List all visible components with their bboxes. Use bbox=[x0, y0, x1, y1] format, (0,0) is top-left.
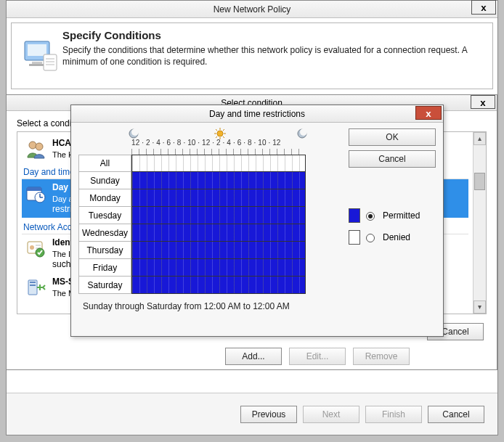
radio-permitted[interactable] bbox=[366, 212, 375, 221]
day-row-sat[interactable] bbox=[131, 277, 306, 294]
day-label-fri[interactable]: Friday bbox=[78, 259, 131, 277]
scroll-up-button[interactable]: ▴ bbox=[473, 132, 486, 145]
clock-calendar-icon bbox=[25, 182, 46, 204]
swatch-permitted bbox=[349, 208, 360, 223]
schedule-summary: Sunday through Saturday from 12:00 AM to… bbox=[78, 301, 341, 311]
day-label-mon[interactable]: Monday bbox=[78, 189, 131, 207]
day-label-all[interactable]: All bbox=[78, 155, 131, 172]
edit-button: Edit... bbox=[289, 348, 346, 365]
close-button[interactable]: x bbox=[471, 95, 495, 109]
day-label-tue[interactable]: Tuesday bbox=[78, 207, 131, 224]
previous-button[interactable]: Previous bbox=[240, 406, 297, 423]
legend-label: Denied bbox=[383, 232, 410, 242]
day-row-fri[interactable] bbox=[131, 259, 306, 277]
policy-icon bbox=[19, 29, 62, 83]
day-label-sat[interactable]: Saturday bbox=[78, 277, 131, 294]
svg-rect-4 bbox=[44, 54, 57, 70]
cancel-button[interactable]: Cancel bbox=[349, 150, 436, 168]
svg-point-24 bbox=[131, 128, 139, 136]
server-icon bbox=[25, 277, 46, 298]
ok-button[interactable]: OK bbox=[349, 128, 436, 146]
schedule-area: 12 · 2 · 4 · 6 · 8 · 10 · 12 · 2 · 4 · 6… bbox=[78, 128, 341, 311]
day-time-restrictions-dialog: Day and time restrictions x 12 bbox=[70, 105, 444, 337]
legend-permitted[interactable]: Permitted bbox=[349, 208, 436, 223]
scroll-down-button[interactable]: ▾ bbox=[473, 300, 486, 314]
day-label-thu[interactable]: Thursday bbox=[78, 242, 131, 259]
svg-rect-1 bbox=[28, 44, 46, 56]
finish-button: Finish bbox=[365, 406, 422, 423]
close-button[interactable]: x bbox=[471, 0, 496, 15]
day-row-thu[interactable] bbox=[131, 242, 306, 259]
svg-rect-22 bbox=[30, 285, 36, 286]
wizard-button-row: Previous Next Finish Cancel bbox=[7, 393, 497, 435]
svg-line-30 bbox=[216, 129, 217, 131]
close-button[interactable]: x bbox=[415, 106, 442, 120]
day-row-sun[interactable] bbox=[131, 172, 306, 189]
scroll-thumb[interactable] bbox=[474, 173, 485, 190]
day-label-sun[interactable]: Sunday bbox=[78, 172, 131, 189]
svg-point-9 bbox=[36, 143, 43, 150]
day-row-mon[interactable] bbox=[131, 189, 306, 207]
window-title: New Network Policy bbox=[214, 4, 291, 15]
next-button: Next bbox=[303, 406, 359, 423]
svg-line-32 bbox=[223, 129, 224, 131]
legend: Permitted Denied bbox=[349, 208, 436, 245]
schedule-grid[interactable]: All Sunday Monday Tuesday Wednesday Thur… bbox=[78, 155, 341, 294]
legend-denied[interactable]: Denied bbox=[349, 230, 436, 245]
moon-icon bbox=[297, 128, 307, 139]
dialog-title-bar[interactable]: Day and time restrictions x bbox=[71, 105, 443, 123]
wizard-header: Specify Conditions Specify the condition… bbox=[11, 22, 493, 89]
page-description: Specify the conditions that determine wh… bbox=[62, 44, 485, 67]
hour-ticks bbox=[131, 149, 306, 155]
hour-header: 12 · 2 · 4 · 6 · 8 · 10 · 12 · 2 · 4 · 6… bbox=[131, 128, 341, 149]
svg-rect-3 bbox=[29, 64, 45, 66]
cancel-button[interactable]: Cancel bbox=[428, 406, 484, 423]
svg-point-35 bbox=[300, 128, 307, 136]
day-row-all[interactable] bbox=[131, 155, 306, 172]
page-heading: Specify Conditions bbox=[62, 29, 485, 41]
dialog-title: Day and time restrictions bbox=[209, 109, 305, 119]
radio-denied[interactable] bbox=[366, 234, 375, 242]
moon-icon bbox=[129, 128, 139, 139]
day-label-wed[interactable]: Wednesday bbox=[78, 224, 131, 242]
condition-action-row: Add... Edit... Remove bbox=[225, 348, 410, 361]
remove-button: Remove bbox=[353, 348, 410, 365]
scrollbar[interactable]: ▴ ▾ bbox=[473, 132, 486, 314]
svg-point-8 bbox=[29, 142, 36, 149]
identity-icon bbox=[25, 237, 46, 259]
day-row-wed[interactable] bbox=[131, 224, 306, 242]
add-button[interactable]: Add... bbox=[225, 348, 282, 365]
legend-label: Permitted bbox=[383, 210, 420, 221]
hour-labels: 12 · 2 · 4 · 6 · 8 · 10 · 12 · 2 · 4 · 6… bbox=[131, 139, 281, 147]
swatch-denied bbox=[349, 230, 360, 245]
window-title-bar[interactable]: New Network Policy x bbox=[7, 1, 497, 18]
day-row-tue[interactable] bbox=[131, 207, 306, 224]
svg-point-16 bbox=[30, 245, 34, 250]
svg-rect-11 bbox=[27, 187, 41, 191]
svg-rect-2 bbox=[32, 62, 42, 64]
svg-point-25 bbox=[217, 131, 223, 136]
users-icon bbox=[25, 138, 46, 160]
svg-rect-21 bbox=[30, 282, 36, 283]
